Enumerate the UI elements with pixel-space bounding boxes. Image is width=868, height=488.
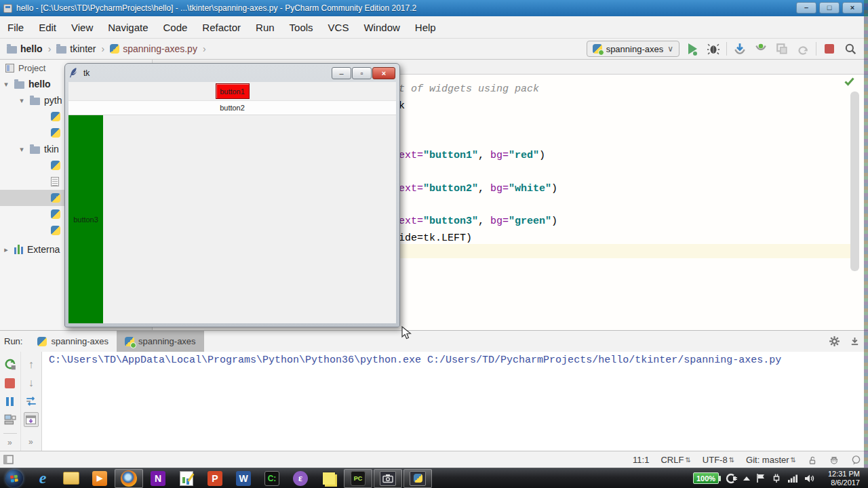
menu-refactor[interactable]: Refactor <box>195 16 248 39</box>
taskbar-python-app-open[interactable] <box>403 469 432 488</box>
show-hidden-icons-button[interactable] <box>743 476 750 481</box>
tree-label: tkin <box>44 144 59 155</box>
menu-tools[interactable]: Tools <box>282 16 321 39</box>
menu-window[interactable]: Window <box>356 16 407 39</box>
expand-arrow-icon[interactable]: ▾ <box>18 145 26 154</box>
minimize-button[interactable]: – <box>796 2 816 14</box>
show-command-line-button[interactable] <box>3 412 18 427</box>
play-icon <box>688 43 697 54</box>
taskbar-file-explorer[interactable] <box>57 469 85 488</box>
run-configuration-select[interactable]: spanning-axes ∨ <box>587 41 679 57</box>
notifications-widget[interactable] <box>851 455 861 465</box>
hide-panel-icon[interactable] <box>850 336 860 346</box>
video-noise-strip <box>864 0 868 468</box>
taskbar-media-player[interactable]: ▶ <box>85 469 114 488</box>
tk-titlebar[interactable]: tk – ▫ × <box>65 64 399 82</box>
git-branch-widget[interactable]: Git: master ⇅ <box>746 455 796 465</box>
prev-occurrence-button[interactable]: ↑ <box>24 357 39 372</box>
breadcrumb-tkinter[interactable]: tkinter <box>55 43 97 54</box>
speaker-icon[interactable] <box>804 474 814 483</box>
windows-icon <box>776 43 788 55</box>
tk-button3[interactable]: button3 <box>68 115 103 323</box>
run-tab-2-active[interactable]: spanning-axes <box>117 331 204 352</box>
pause-output-button[interactable] <box>3 394 18 409</box>
close-button[interactable]: × <box>842 2 863 14</box>
taskbar-sticky-notes[interactable] <box>315 469 343 488</box>
tk-maximize-button[interactable]: ▫ <box>352 67 372 79</box>
rollback-button[interactable] <box>795 41 811 57</box>
taskbar-word[interactable]: W <box>229 469 258 488</box>
rerun-button[interactable] <box>3 357 18 372</box>
stop-button[interactable] <box>3 375 18 390</box>
power-plug-icon[interactable] <box>725 473 737 484</box>
debug-button[interactable] <box>705 41 722 57</box>
tk-button2[interactable]: button2 <box>68 100 396 115</box>
tk-button1[interactable]: button1 <box>216 83 250 99</box>
inspection-ok-icon[interactable] <box>844 77 854 86</box>
run-console[interactable]: C:\Users\TD\AppData\Local\Programs\Pytho… <box>42 352 868 451</box>
taskbar-pycharm-open[interactable]: PC <box>344 469 372 488</box>
editor-scrollbar[interactable] <box>850 92 859 271</box>
taskbar-firefox-open[interactable] <box>115 469 143 488</box>
toolwindow-switcher-icon[interactable] <box>3 455 14 464</box>
vcs-commit-button[interactable] <box>753 41 769 57</box>
expand-arrow-icon[interactable]: ▸ <box>2 245 10 254</box>
menu-edit[interactable]: Edit <box>31 16 64 39</box>
menu-file[interactable]: File <box>0 16 31 39</box>
encoding-widget[interactable]: UTF-8 ⇅ <box>703 455 734 465</box>
gear-icon[interactable] <box>829 336 840 347</box>
line-separator-widget[interactable]: CRLF ⇅ <box>660 455 690 465</box>
vcs-update-icon <box>734 43 746 55</box>
caret-position[interactable]: 11:1 <box>633 455 649 465</box>
taskbar-screen-editor[interactable] <box>172 469 201 488</box>
readonly-lock-widget[interactable] <box>808 455 817 465</box>
soft-wrap-button[interactable] <box>24 394 39 409</box>
battery-indicator[interactable]: 100% <box>693 472 719 484</box>
pycharm-titlebar: hello - [C:\Users\TD\PycharmProjects\hel… <box>0 0 868 16</box>
run-tab-1[interactable]: spanning-axes <box>29 331 117 352</box>
tk-minimize-button[interactable]: – <box>332 67 351 79</box>
expand-arrow-icon[interactable]: ▾ <box>18 96 26 105</box>
taskbar-powerpoint[interactable]: P <box>201 469 229 488</box>
more-actions-chevrons[interactable]: » <box>7 438 13 447</box>
taskbar-emacs[interactable]: ε <box>286 469 315 488</box>
breadcrumb-file[interactable]: spanning-axes.py <box>108 43 199 54</box>
expand-arrow-icon[interactable]: ▾ <box>2 80 10 89</box>
menu-run[interactable]: Run <box>248 16 282 39</box>
tk-window[interactable]: tk – ▫ × button1 button2 button3 <box>64 63 400 327</box>
stop-button[interactable] <box>821 41 837 57</box>
taskbar-console[interactable]: C: <box>258 469 286 488</box>
menu-code[interactable]: Code <box>155 16 195 39</box>
pycharm-app-icon <box>3 4 12 13</box>
search-everywhere-button[interactable] <box>842 41 859 57</box>
gutter-separator <box>3 433 17 434</box>
hector-inspections-widget[interactable] <box>829 455 840 465</box>
scroll-to-end-button[interactable] <box>24 412 39 427</box>
stop-icon <box>825 44 834 54</box>
breadcrumb-hello[interactable]: hello <box>5 43 44 54</box>
folder-icon <box>7 46 17 54</box>
taskbar-camera-open[interactable] <box>374 469 402 488</box>
menu-help[interactable]: Help <box>408 16 443 39</box>
compare-button[interactable] <box>774 41 790 57</box>
start-button[interactable] <box>0 469 28 488</box>
console-output-line: C:\Users\TD\AppData\Local\Programs\Pytho… <box>49 354 781 366</box>
next-occurrence-button[interactable]: ↓ <box>24 375 39 390</box>
more-actions-chevrons[interactable]: » <box>28 437 34 447</box>
breadcrumb-label: hello <box>20 43 43 54</box>
maximize-button[interactable]: □ <box>819 2 840 14</box>
tk-close-button[interactable]: × <box>372 67 395 79</box>
network-signal-icon[interactable] <box>787 474 798 483</box>
vcs-update-button[interactable] <box>732 41 748 57</box>
breadcrumb-separator: › <box>199 43 210 54</box>
taskbar-onenote[interactable]: N <box>144 469 172 488</box>
action-center-flag-icon[interactable] <box>756 473 766 483</box>
taskbar-internet-explorer[interactable]: e <box>28 469 57 488</box>
menu-navigate[interactable]: Navigate <box>100 16 155 39</box>
run-button[interactable] <box>684 41 701 57</box>
menu-view[interactable]: View <box>64 16 100 39</box>
run-tool-window: Run: spanning-axes spanning-axes <box>0 330 868 451</box>
taskbar-clock[interactable]: 12:31 PM 8/6/2017 <box>821 470 863 487</box>
charging-plug-icon[interactable] <box>772 473 781 483</box>
menu-vcs[interactable]: VCS <box>321 16 357 39</box>
